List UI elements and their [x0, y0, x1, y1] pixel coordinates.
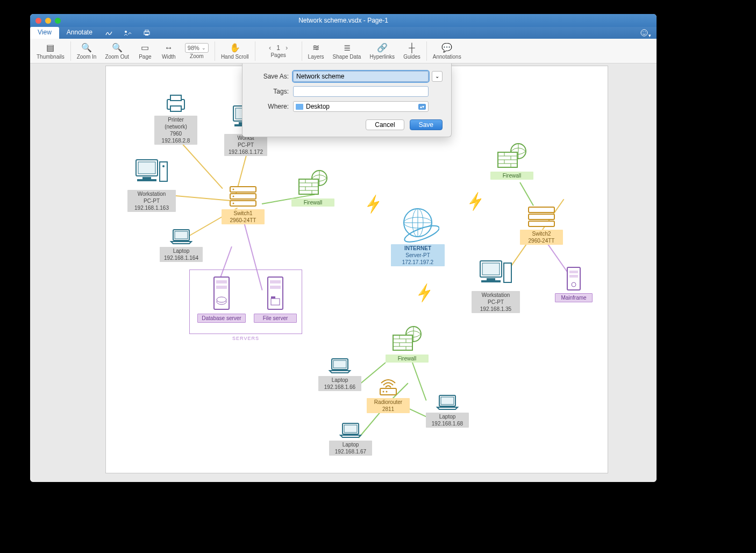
window-title: Network scheme.vsdx - Page-1	[34, 17, 657, 24]
firewall-icon	[390, 324, 424, 353]
node-radiorouter[interactable]: Radiorouter2811	[367, 375, 410, 413]
svg-rect-56	[569, 271, 578, 273]
hand-icon: ✋	[230, 42, 240, 53]
layers-icon: ≋	[312, 42, 319, 53]
svg-rect-53	[481, 280, 501, 282]
svg-rect-52	[487, 278, 495, 280]
svg-rect-18	[137, 179, 156, 181]
toolbar: ▤Thumbnails 🔍Zoom In 🔍Zoom Out ▭Page ↔Wi…	[34, 39, 657, 63]
svg-rect-2	[145, 30, 148, 32]
svg-rect-49	[529, 221, 554, 226]
layers-button[interactable]: ≋Layers	[304, 39, 329, 63]
next-page-button[interactable]: ›	[283, 44, 290, 52]
laptop-icon	[327, 357, 352, 375]
laptop-icon	[435, 393, 460, 412]
firewall-icon	[296, 168, 330, 197]
workstation-icon	[478, 259, 513, 290]
save-as-input[interactable]	[293, 71, 429, 82]
shape-data-icon: ≣	[344, 42, 351, 53]
node-laptop-left[interactable]: Laptop192.168.1.164	[160, 228, 203, 262]
firewall-icon	[495, 141, 529, 171]
svg-rect-8	[170, 95, 181, 101]
svg-rect-37	[270, 280, 281, 283]
svg-rect-19	[160, 162, 167, 181]
svg-point-5	[643, 31, 644, 32]
svg-rect-57	[569, 275, 578, 278]
printer-icon	[164, 93, 188, 115]
save-dialog: Save As: ⌄ Tags: Where: Desktop ▴▾ Cance…	[242, 63, 452, 137]
hyperlinks-button[interactable]: 🔗Hyperlinks	[365, 39, 399, 63]
annotations-button[interactable]: 💬Annotations	[429, 39, 466, 63]
switch-icon	[526, 205, 557, 229]
menubar: View Annotate ▾	[34, 27, 657, 39]
feedback-icon[interactable]: ▾	[634, 27, 657, 39]
lightning-icon: ⚡	[362, 193, 384, 215]
hand-scroll-button[interactable]: ✋Hand Scroll	[217, 39, 253, 63]
node-mainframe[interactable]: Mainframe	[555, 265, 593, 302]
updown-icon: ▴▾	[418, 104, 426, 110]
page-number: 1	[276, 44, 280, 52]
svg-rect-39	[271, 299, 280, 305]
expand-button[interactable]: ⌄	[432, 71, 443, 82]
save-button[interactable]: Save	[410, 119, 443, 130]
cancel-button[interactable]: Cancel	[366, 119, 404, 130]
prev-page-button[interactable]: ‹	[267, 44, 273, 52]
node-workstation-left[interactable]: WorkstationPC-PT192.168.1.163	[127, 158, 176, 212]
node-switch1[interactable]: Switch12960-24TT	[222, 185, 265, 224]
node-workstation-right[interactable]: WorkstationPC-PT192.168.1.35	[472, 259, 520, 313]
width-fit-button[interactable]: ↔Width	[157, 39, 181, 63]
titlebar[interactable]: Network scheme.vsdx - Page-1	[34, 14, 657, 27]
node-internet[interactable]: INTERNETServer-PT172.17.197.2	[391, 203, 445, 266]
svg-point-65	[386, 391, 388, 393]
guides-button[interactable]: ┼Guides	[399, 39, 425, 63]
pages-group: ‹ 1 › Pages	[257, 39, 300, 63]
zoom-out-button[interactable]: 🔍Zoom Out	[101, 39, 133, 63]
svg-point-25	[233, 196, 234, 197]
node-laptop-b2[interactable]: Laptop192.168.1.68	[426, 393, 469, 428]
tab-view[interactable]: View	[34, 27, 59, 39]
folder-icon	[296, 104, 303, 110]
print-icon[interactable]	[138, 27, 156, 39]
node-laptop-b1[interactable]: Laptop192.168.1.66	[318, 357, 361, 391]
svg-rect-54	[504, 263, 511, 282]
signature-icon[interactable]	[100, 27, 118, 39]
zoom-in-button[interactable]: 🔍Zoom In	[73, 39, 101, 63]
globe-icon	[396, 203, 439, 243]
svg-rect-28	[175, 231, 188, 239]
shape-data-button[interactable]: ≣Shape Data	[329, 39, 366, 63]
svg-rect-3	[145, 34, 148, 36]
page-fit-button[interactable]: ▭Page	[133, 39, 157, 63]
node-file-server[interactable]: File server	[254, 275, 297, 323]
svg-rect-48	[529, 214, 554, 219]
node-database-server[interactable]: Database server	[197, 275, 246, 323]
lightning-icon: ⚡	[464, 190, 487, 212]
app-window: Network scheme.vsdx - Page-1 View Annota…	[34, 14, 657, 482]
connector	[412, 363, 427, 401]
node-switch2[interactable]: Switch22960-24TT	[520, 205, 563, 245]
zoom-group: 98%⌄ Zoom	[181, 39, 213, 63]
tags-label: Tags:	[251, 88, 289, 95]
tags-input[interactable]	[293, 86, 429, 97]
node-printer[interactable]: Printer(network)7960192.168.2.8	[154, 93, 197, 145]
chevron-down-icon: ⌄	[202, 45, 206, 51]
guides-icon: ┼	[409, 42, 415, 53]
svg-point-4	[641, 30, 647, 36]
tab-annotate[interactable]: Annotate	[59, 27, 100, 39]
laptop-icon	[169, 228, 194, 246]
node-firewall-right[interactable]: Firewall	[490, 141, 533, 180]
canvas-area[interactable]: ⚡ ⚡ ⚡ Printer(network)7960192.168.2.8 Wo…	[34, 63, 657, 482]
page-icon: ▭	[141, 42, 149, 53]
where-select[interactable]: Desktop ▴▾	[293, 101, 429, 112]
node-firewall-bottom[interactable]: Firewall	[386, 324, 429, 363]
person-sign-icon[interactable]	[118, 27, 138, 39]
svg-point-35	[217, 297, 226, 302]
svg-rect-9	[170, 106, 181, 111]
svg-rect-38	[270, 286, 281, 289]
svg-point-64	[383, 391, 384, 393]
node-laptop-b3[interactable]: Laptop192.168.1.67	[329, 421, 372, 456]
zoom-select[interactable]: 98%⌄	[185, 43, 209, 53]
router-icon	[376, 375, 401, 397]
svg-point-26	[233, 203, 234, 204]
thumbnails-button[interactable]: ▤Thumbnails	[34, 39, 69, 63]
node-firewall-left[interactable]: Firewall	[291, 168, 334, 207]
